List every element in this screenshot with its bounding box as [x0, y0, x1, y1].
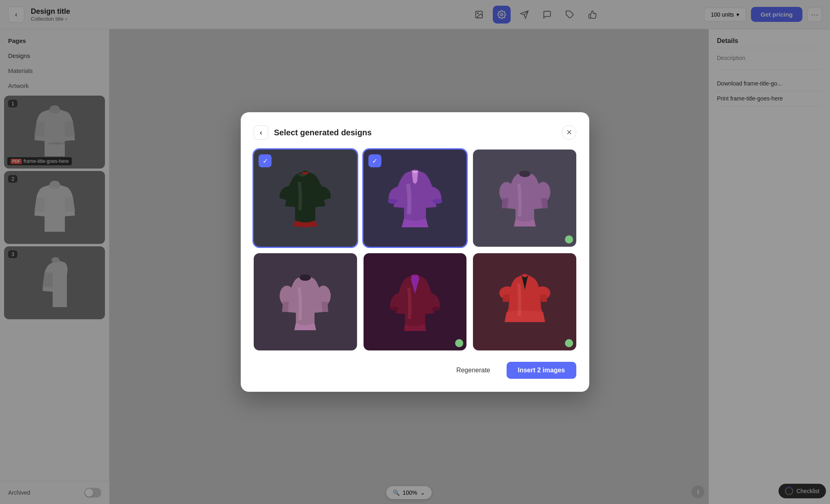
regenerate-button[interactable]: Regenerate [447, 362, 500, 379]
svg-point-12 [519, 171, 531, 177]
design-card-5[interactable] [364, 253, 467, 350]
modal-close-button[interactable]: ✕ [562, 125, 576, 140]
color-dot-5 [455, 339, 463, 347]
color-dot-6 [565, 339, 573, 347]
modal-title: Select generated designs [274, 128, 372, 137]
design-card-1[interactable]: ✓ [254, 149, 357, 247]
modal-header-left: ‹ Select generated designs [254, 125, 372, 140]
svg-point-19 [432, 307, 441, 311]
modal-overlay: ‹ Select generated designs ✕ ✓ [0, 0, 830, 504]
check-badge-1: ✓ [259, 154, 272, 167]
modal-back-button[interactable]: ‹ [254, 125, 268, 140]
svg-point-10 [388, 199, 398, 204]
design-card-6[interactable] [473, 253, 576, 350]
svg-point-18 [389, 307, 398, 311]
check-badge-2: ✓ [368, 154, 381, 167]
svg-point-15 [299, 274, 311, 281]
modal-footer: Regenerate Insert 2 images [254, 362, 576, 379]
design-card-2[interactable]: ✓ [364, 149, 467, 247]
modal-header: ‹ Select generated designs ✕ [254, 125, 576, 140]
design-card-3[interactable] [473, 149, 576, 247]
color-dot-3 [565, 235, 573, 243]
modal: ‹ Select generated designs ✕ ✓ [241, 112, 589, 392]
insert-button[interactable]: Insert 2 images [507, 362, 577, 379]
design-card-4[interactable] [254, 253, 357, 350]
svg-point-11 [432, 199, 442, 204]
design-grid: ✓ ✓ [254, 149, 576, 350]
